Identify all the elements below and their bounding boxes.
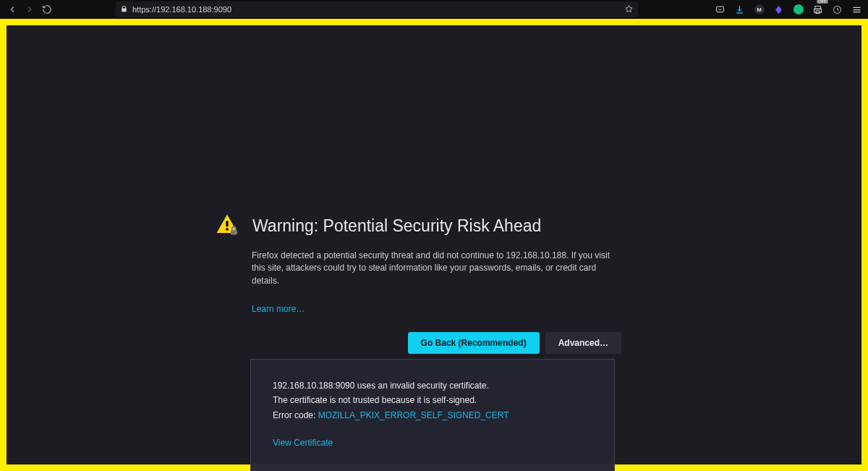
download-icon[interactable] xyxy=(734,4,745,15)
warning-header: Warning: Potential Security Risk Ahead xyxy=(215,212,621,239)
extension-m-icon[interactable]: M xyxy=(754,4,765,15)
cert-detail-line1: 192.168.10.188:9090 uses an invalid secu… xyxy=(273,378,592,393)
viewport-frame: Warning: Potential Security Risk Ahead F… xyxy=(0,19,868,471)
warning-triangle-icon xyxy=(215,212,239,239)
certificate-details-footer: Go Back (Recommended) Accept the Risk an… xyxy=(251,464,614,471)
svg-point-6 xyxy=(226,228,229,231)
browser-toolbar: https://192.168.10.188:9090 M xyxy=(0,0,868,19)
address-bar[interactable]: https://192.168.10.188:9090 xyxy=(116,1,638,17)
certificate-details-panel: 192.168.10.188:9090 uses an invalid secu… xyxy=(250,359,615,471)
page-content: Warning: Potential Security Risk Ahead F… xyxy=(7,25,861,464)
cert-detail-line2: The certificate is not trusted because i… xyxy=(273,393,592,407)
extension-printer-icon[interactable] xyxy=(812,4,823,15)
extension-diamond-icon[interactable] xyxy=(773,4,784,15)
warning-title: Warning: Potential Security Risk Ahead xyxy=(252,216,541,236)
svg-rect-7 xyxy=(231,230,237,235)
warning-description: Firefox detected a potential security th… xyxy=(252,250,621,287)
security-warning: Warning: Potential Security Risk Ahead F… xyxy=(215,212,621,354)
svg-rect-0 xyxy=(717,7,724,12)
pocket-icon[interactable] xyxy=(715,4,726,15)
svg-rect-3 xyxy=(816,10,820,13)
go-back-button[interactable]: Go Back (Recommended) xyxy=(408,332,540,354)
url-text: https://192.168.10.188:9090 xyxy=(132,5,620,14)
svg-rect-5 xyxy=(226,221,228,227)
svg-rect-1 xyxy=(815,6,821,9)
hamburger-menu-icon[interactable] xyxy=(851,4,862,15)
warning-body: Firefox detected a potential security th… xyxy=(252,250,621,354)
cert-error-line: Error code: MOZILLA_PKIX_ERROR_SELF_SIGN… xyxy=(273,408,592,423)
error-code-link[interactable]: MOZILLA_PKIX_ERROR_SELF_SIGNED_CERT xyxy=(318,410,509,420)
back-button[interactable] xyxy=(6,3,19,16)
reload-button[interactable] xyxy=(41,3,54,16)
extension-green-circle-icon[interactable] xyxy=(793,4,804,15)
view-certificate-link[interactable]: View Certificate xyxy=(273,436,333,450)
extension-clock-icon[interactable] xyxy=(832,4,843,15)
forward-button[interactable] xyxy=(23,3,36,16)
toolbar-right-icons: M xyxy=(715,4,862,15)
bookmark-star-icon[interactable] xyxy=(624,4,634,15)
error-code-label: Error code: xyxy=(273,410,318,420)
learn-more-link[interactable]: Learn more… xyxy=(252,303,305,315)
certificate-details-body: 192.168.10.188:9090 uses an invalid secu… xyxy=(251,360,614,464)
warning-button-row: Go Back (Recommended) Advanced… xyxy=(252,332,621,354)
lock-icon xyxy=(120,5,128,14)
advanced-button[interactable]: Advanced… xyxy=(545,332,621,354)
